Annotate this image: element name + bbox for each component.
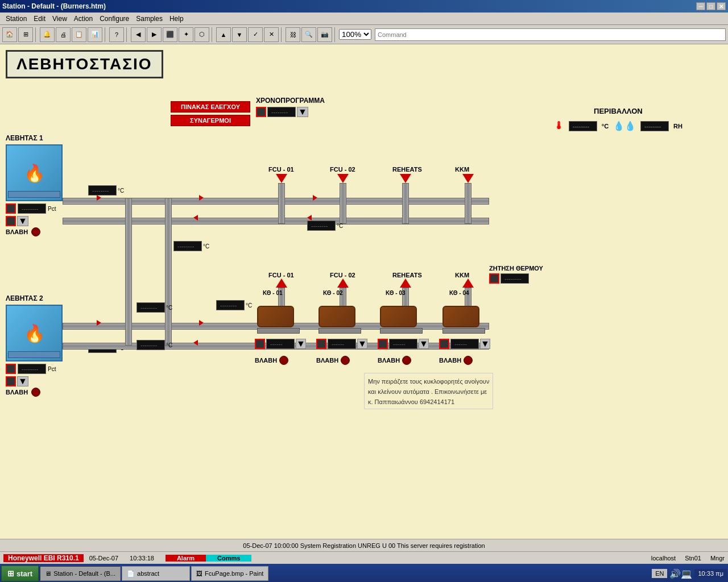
boiler1-fault-indicator[interactable] (6, 216, 16, 226)
ko04-dropdown[interactable]: ▼ (480, 339, 490, 349)
boiler1-fault-circle (31, 227, 40, 236)
taskbar-app-station[interactable]: 🖥 Station - Default - (B... (40, 566, 121, 581)
ko04-control-btn[interactable] (439, 339, 449, 349)
app3-icon: 🖼 (196, 570, 202, 577)
boiler2-fault-indicator[interactable] (6, 376, 16, 386)
toolbar: 🏠 ⊞ 🔔 🖨 📋 📊 ? ◀ ▶ ⬛ ✦ ⬡ ▲ ▼ ✓ ✕ ⛓ 🔍 📷 10… (0, 25, 728, 44)
boiler2-indicator[interactable] (6, 364, 16, 374)
boiler1-vlavi-row: ΒΛΑΒΗ (6, 227, 63, 236)
info-text-box: Μην πειράζετε τους κυκλοφορητές ανοίγουν… (364, 373, 493, 409)
start-button[interactable]: ⊞ start (1, 566, 39, 581)
flow-arrow-1 (97, 195, 101, 201)
menu-view[interactable]: View (49, 14, 71, 24)
ko02-controls: ------ ▼ (316, 339, 367, 349)
taskbar-app-abstract[interactable]: 📄 abstract (122, 566, 190, 581)
maximize-button[interactable]: □ (706, 2, 715, 10)
tb-btn-11[interactable]: ✦ (179, 27, 193, 42)
main-scada-area: ΛΕΒΗΤΟΣΤΑΣΙΟ ΠΙΝΑΚΑΣ ΕΛΕΓΧΟΥ ΣΥΝΑΓΕΡΜΟΙ … (0, 44, 728, 539)
tb-btn-print[interactable]: 🖨 (56, 27, 71, 42)
app2-label: abstract (137, 570, 159, 577)
menu-action[interactable]: Action (71, 14, 96, 24)
ko01-label: ΚΘ - 01 (263, 290, 283, 296)
fcu02-upper-arrow (337, 174, 349, 183)
menu-samples[interactable]: Samples (133, 14, 166, 24)
info-date: 05-Dec-07 (89, 555, 118, 562)
fcu01-upper-arrow (276, 174, 287, 183)
chrono-indicator[interactable] (256, 107, 266, 117)
tb-search-btn[interactable]: 🔍 (301, 27, 316, 42)
ko02-pump-base (318, 328, 361, 334)
tb-btn-14[interactable]: ▼ (232, 27, 247, 42)
tb-btn-13[interactable]: ▲ (216, 27, 231, 42)
ko03-dropdown[interactable]: ▼ (419, 339, 429, 349)
tb-btn-8[interactable]: ◀ (131, 27, 146, 42)
kkm-upper-label: KKM (455, 164, 469, 174)
boiler2-fault-circle (31, 388, 40, 397)
lang-indicator: EN (652, 569, 667, 578)
kkm-upper-arrow (462, 174, 474, 183)
comms-indicator[interactable]: Comms (206, 555, 251, 562)
menu-help[interactable]: Help (166, 14, 187, 24)
boiler2-status-control: ▼ (6, 376, 63, 386)
status-text: 05-Dec-07 10:00:00 System Registration U… (243, 542, 485, 549)
boiler1-temp-display: -------- (88, 185, 117, 196)
menu-station[interactable]: Station (2, 14, 30, 24)
command-input[interactable] (375, 28, 726, 41)
pipe-vert-mid (165, 198, 172, 346)
tb-btn-10[interactable]: ⬛ (163, 27, 177, 42)
flow-arrow-3 (313, 195, 317, 201)
ko03-vlavi-label: ΒΛΑΒΗ (378, 357, 400, 364)
tb-sep-4 (212, 27, 214, 42)
ko04-pump (442, 306, 485, 334)
alarm-indicator[interactable]: Alarm (166, 555, 206, 562)
stn-label: Stn01 (685, 555, 701, 562)
tb-btn-1[interactable]: 🏠 (2, 27, 17, 42)
tb-btn-link[interactable]: ⛓ (286, 27, 300, 42)
tb-btn-6[interactable]: 📊 (88, 27, 102, 42)
tb-btn-alarm[interactable]: 🔔 (40, 27, 55, 42)
mixing-temp-display2: -------- °C (216, 300, 252, 310)
ko02-control-btn[interactable] (316, 339, 326, 349)
ko01-control-btn[interactable] (255, 339, 265, 349)
menu-configure[interactable]: Configure (96, 14, 133, 24)
boiler1-dropdown[interactable]: ▼ (17, 216, 28, 226)
chrono-dropdown[interactable]: ▼ (297, 107, 308, 117)
ko02-vlavi-label: ΒΛΑΒΗ (316, 357, 338, 364)
ko03-control-btn[interactable] (378, 339, 388, 349)
pipe-fcu01-upper (278, 183, 285, 224)
synagermoi-button[interactable]: ΣΥΝΑΓΕΡΜΟΙ (171, 115, 250, 126)
tb-btn-7[interactable]: ? (109, 27, 124, 42)
boiler1-section: ΛΕΒΗΤΑΣ 1 🔥 -------- Pct ▼ ΒΛΑΒΗ (6, 134, 63, 236)
menu-edit[interactable]: Edit (30, 14, 49, 24)
minimize-button[interactable]: ─ (696, 2, 705, 10)
ko02-pump-body (318, 306, 355, 327)
close-button[interactable]: ✕ (717, 2, 726, 10)
tb-btn-check[interactable]: ✓ (248, 27, 263, 42)
tb-btn-cam[interactable]: 📷 (317, 27, 332, 42)
zitisi-section: ΖΗΤΗΣΗ ΘΕΡΜΟΥ -------- (489, 265, 543, 284)
ko02-dropdown[interactable]: ▼ (357, 339, 367, 349)
ko02-vlavi-row: ΒΛΑΒΗ (316, 356, 350, 365)
zoom-dropdown[interactable]: 100% 75% 150% (339, 29, 371, 40)
info-time-bottom: 10:33:18 (130, 555, 154, 562)
boiler2-dropdown[interactable]: ▼ (17, 376, 28, 386)
ebi-label: Honeywell EBI R310.1 (3, 554, 84, 562)
tb-btn-5[interactable]: 📋 (72, 27, 86, 42)
tb-btn-x[interactable]: ✕ (264, 27, 279, 42)
taskbar-app-paint[interactable]: 🖼 FcuPage.bmp - Paint (191, 566, 268, 581)
humidity-icon: 💧💧 (613, 120, 636, 131)
mixing-temp-val: -------- (173, 241, 202, 251)
perivaylon-readings: 🌡 -------- °C 💧💧 -------- RH (554, 120, 682, 132)
tb-btn-2[interactable]: ⊞ (18, 27, 33, 42)
ko01-pump-base (257, 328, 300, 334)
title-bar: Station - Default - (Burners.htm) ─ □ ✕ (0, 0, 728, 13)
tb-btn-12[interactable]: ⬡ (195, 27, 209, 42)
ko01-dropdown[interactable]: ▼ (296, 339, 306, 349)
fcu02-upper-label: FCU - 02 (330, 164, 355, 174)
zitisi-indicator[interactable] (489, 273, 499, 284)
clock: 10:33 πμ (694, 569, 727, 578)
tb-btn-9[interactable]: ▶ (147, 27, 162, 42)
boiler1-indicator[interactable] (6, 203, 16, 214)
boiler2-section: ΛΕΒΗΤΑΣ 2 🔥 -------- Pct ▼ ΒΛΑΒΗ (6, 294, 63, 397)
pinakas-button[interactable]: ΠΙΝΑΚΑΣ ΕΛΕΓΧΟΥ (171, 101, 250, 113)
